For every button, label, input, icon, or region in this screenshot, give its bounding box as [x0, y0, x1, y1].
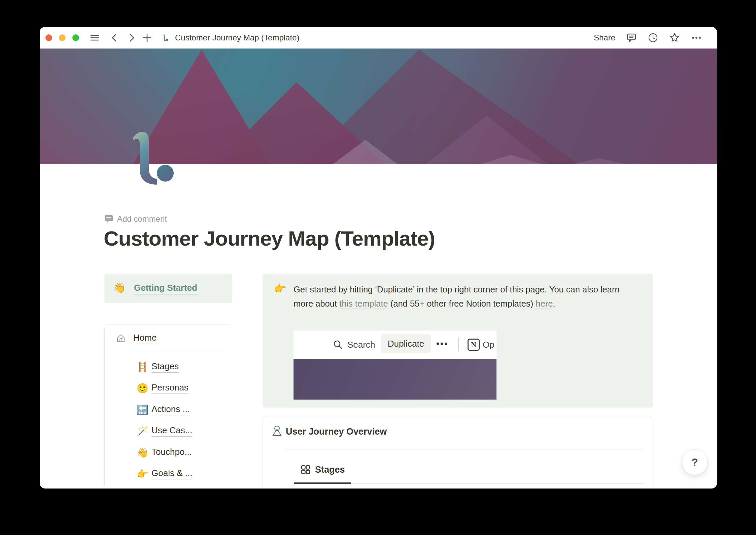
screenshot-open-label: Op	[483, 340, 494, 350]
divider	[458, 337, 459, 351]
sidebar-item-use-cases[interactable]: 🪄 Use Cas...	[137, 422, 192, 439]
sidebar-item-home[interactable]: Home	[133, 333, 157, 344]
gallery-grid-icon	[300, 464, 311, 475]
close-window-button[interactable]	[45, 34, 52, 41]
point-right-emoji-icon: 👉	[274, 282, 286, 294]
chevron-right-icon	[128, 33, 136, 42]
user-journey-overview-card: User Journey Overview Stages	[263, 416, 653, 489]
sidebar-item-stages[interactable]: 🪜 Stages	[137, 358, 179, 375]
tip-text: .	[553, 299, 555, 308]
sidebar-item-label: Personas	[151, 382, 188, 394]
wave-emoji-icon: 👋	[113, 282, 126, 293]
here-link[interactable]: here	[536, 299, 553, 309]
sidebar-item-actions[interactable]: 🔚 Actions ...	[137, 401, 190, 418]
window-title: Customer Journey Map (Template)	[175, 27, 299, 49]
divider	[285, 449, 644, 449]
notion-window: Customer Journey Map (Template) Share	[40, 27, 717, 489]
tip-paragraph: Get started by hitting ‘Duplicate’ in th…	[294, 282, 639, 311]
page-favicon-logo	[163, 34, 168, 43]
wave-emoji-icon: 👋	[137, 447, 151, 458]
sidebar-item-goals[interactable]: 👉 Goals & ...	[137, 465, 192, 482]
window-titlebar: Customer Journey Map (Template) Share	[40, 27, 717, 49]
nav-forward-button[interactable]	[127, 33, 136, 42]
more-options-icon[interactable]	[691, 32, 702, 43]
smiley-emoji-icon: 🙂	[137, 383, 151, 394]
screenshot-duplicate-button: Duplicate	[381, 334, 431, 353]
sidebar-item-label: Use Cas...	[151, 425, 192, 437]
divider	[133, 351, 222, 351]
screenshot-more-dots: •••	[436, 339, 448, 349]
sidebar-item-label: Touchpo...	[151, 447, 192, 458]
point-right-emoji-icon: 👉	[137, 468, 151, 479]
chevron-left-icon	[110, 33, 118, 42]
tip-text: (and 55+ other free Notion templates)	[388, 299, 536, 308]
tab-stages[interactable]: Stages	[300, 464, 345, 475]
hamburger-icon	[90, 33, 99, 42]
share-button[interactable]: Share	[594, 33, 615, 42]
duplicate-tip-callout: 👉 Get started by hitting ‘Duplicate’ in …	[263, 274, 653, 408]
sidebar-item-touchpoints[interactable]: 👋 Touchpo...	[137, 444, 192, 461]
notion-logo-icon: N	[468, 339, 480, 351]
overview-title: User Journey Overview	[286, 427, 387, 437]
active-tab-underline	[294, 482, 351, 484]
add-comment-label: Add comment	[117, 214, 167, 224]
nav-back-button[interactable]	[110, 33, 119, 42]
tab-track-line	[351, 483, 644, 484]
comment-bubble-icon	[104, 215, 113, 223]
comments-icon[interactable]	[626, 32, 637, 43]
end-arrow-emoji-icon: 🔚	[137, 404, 151, 415]
history-clock-icon[interactable]	[648, 32, 658, 43]
getting-started-link[interactable]: Getting Started	[134, 283, 197, 294]
screenshot-toolbar: Search Duplicate ••• N Op	[294, 331, 496, 359]
home-row: Home	[116, 333, 157, 344]
ladder-emoji-icon: 🪜	[137, 361, 151, 373]
duplicate-instruction-image[interactable]: Search Duplicate ••• N Op	[294, 331, 496, 400]
zoom-window-button[interactable]	[72, 34, 79, 41]
getting-started-callout: 👋 Getting Started	[104, 274, 232, 303]
search-icon	[333, 340, 343, 350]
page-icon-logo	[131, 129, 174, 187]
sidebar-menu-button[interactable]	[90, 33, 99, 42]
traffic-lights	[45, 34, 79, 41]
person-mountain-icon	[271, 424, 283, 437]
sidebar-item-personas[interactable]: 🙂 Personas	[137, 380, 188, 397]
sidebar-item-label: Goals & ...	[151, 468, 192, 479]
screenshot-search-label: Search	[347, 340, 375, 350]
this-template-link[interactable]: this template	[339, 299, 388, 309]
home-navigation-card: Home 🪜 Stages 🙂 Personas 🔚 Actions ... 🪄…	[104, 324, 232, 489]
tab-stages-label: Stages	[315, 465, 345, 475]
page-title[interactable]: Customer Journey Map (Template)	[104, 226, 435, 250]
titlebar-actions: Share	[594, 27, 702, 49]
favorite-star-icon[interactable]	[669, 32, 680, 43]
sidebar-item-label: Actions ...	[151, 404, 190, 415]
screenshot-stage: Customer Journey Map (Template) Share	[0, 0, 756, 535]
sidebar-item-label: Stages	[151, 361, 179, 373]
add-comment-button[interactable]: Add comment	[104, 214, 167, 224]
screenshot-purple-banner	[294, 359, 496, 400]
help-button[interactable]: ?	[682, 449, 708, 475]
home-icon	[116, 333, 126, 343]
new-tab-button[interactable]	[142, 33, 152, 42]
plus-icon	[142, 33, 152, 42]
magic-wand-emoji-icon: 🪄	[137, 426, 151, 437]
minimize-window-button[interactable]	[59, 34, 66, 41]
